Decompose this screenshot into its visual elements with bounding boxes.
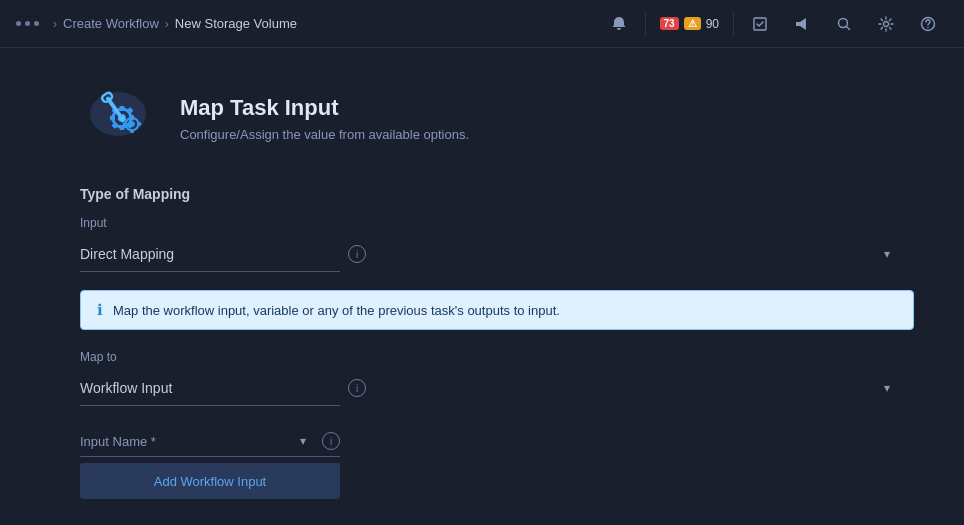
map-to-select-wrapper: Workflow Input ▾ i [80, 370, 914, 406]
page-title-area: Map Task Input Configure/Assign the valu… [180, 95, 469, 142]
input-field-group: Input Direct Mapping ▾ i [80, 216, 914, 272]
input-select-wrapper: Direct Mapping ▾ i [80, 236, 914, 272]
main-content: Map Task Input Configure/Assign the valu… [0, 48, 964, 525]
svg-rect-23 [123, 122, 127, 126]
info-banner: ℹ Map the workflow input, variable or an… [80, 290, 914, 330]
announcement-icon-btn[interactable] [782, 4, 822, 44]
input-info-icon[interactable]: i [348, 245, 366, 263]
badge-red: 73 [660, 17, 679, 30]
badge-area: 73 ⚠ 90 [652, 17, 727, 31]
nav-dot [25, 21, 30, 26]
task-icon [752, 16, 768, 32]
input-name-field-group: Input Name * ▾ i Add Workflow Input [80, 426, 914, 499]
settings-icon-btn[interactable] [866, 4, 906, 44]
content-area: Map Task Input Configure/Assign the valu… [0, 48, 964, 525]
badge-yellow-count: 90 [706, 17, 719, 31]
map-to-info-icon[interactable]: i [348, 379, 366, 397]
page-header: Map Task Input Configure/Assign the valu… [80, 78, 914, 158]
nav-separator-2 [733, 12, 734, 36]
info-banner-icon: ℹ [97, 301, 103, 319]
map-to-chevron-icon: ▾ [884, 381, 890, 395]
search-icon [836, 16, 852, 32]
input-name-label: Input Name * [80, 434, 300, 449]
help-icon-btn[interactable] [908, 4, 948, 44]
add-workflow-input-button[interactable]: Add Workflow Input [80, 463, 340, 499]
page-subtitle: Configure/Assign the value from availabl… [180, 127, 469, 142]
input-name-chevron-icon: ▾ [300, 434, 306, 448]
bell-icon-btn[interactable] [599, 4, 639, 44]
svg-rect-21 [130, 115, 134, 119]
navbar: › Create Workflow › New Storage Volume 7… [0, 0, 964, 48]
page-icon [80, 78, 160, 158]
input-name-row: Input Name * ▾ i [80, 426, 340, 457]
svg-rect-8 [120, 106, 125, 111]
gear-icon [80, 78, 160, 158]
svg-rect-22 [130, 130, 134, 134]
task-icon-btn[interactable] [740, 4, 780, 44]
nav-separator [645, 12, 646, 36]
map-to-field-group: Map to Workflow Input ▾ i [80, 350, 914, 406]
svg-rect-0 [754, 18, 766, 30]
input-name-info-icon[interactable]: i [322, 432, 340, 450]
input-field-label: Input [80, 216, 914, 230]
nav-icons: 73 ⚠ 90 [599, 4, 948, 44]
settings-icon [878, 16, 894, 32]
nav-dot [34, 21, 39, 26]
breadcrumb-new-storage: New Storage Volume [175, 16, 297, 31]
search-icon-btn[interactable] [824, 4, 864, 44]
form-section: Type of Mapping Input Direct Mapping ▾ i… [80, 186, 914, 499]
info-banner-text: Map the workflow input, variable or any … [113, 303, 560, 318]
nav-dots [16, 21, 39, 26]
svg-point-2 [884, 21, 889, 26]
svg-point-4 [927, 26, 928, 27]
svg-point-20 [129, 121, 135, 127]
breadcrumb-chevron-1: › [53, 17, 57, 31]
bell-icon [611, 16, 627, 32]
help-icon [920, 16, 936, 32]
section-label: Type of Mapping [80, 186, 914, 202]
map-to-label: Map to [80, 350, 914, 364]
badge-yellow: ⚠ [684, 17, 701, 30]
svg-rect-24 [138, 122, 142, 126]
nav-dot [16, 21, 21, 26]
map-to-select[interactable]: Workflow Input [80, 370, 340, 406]
input-chevron-icon: ▾ [884, 247, 890, 261]
svg-rect-10 [110, 116, 115, 121]
announcement-icon [794, 16, 810, 32]
page-title: Map Task Input [180, 95, 469, 121]
breadcrumb-chevron-2: › [165, 17, 169, 31]
breadcrumb-create-workflow[interactable]: Create Workflow [63, 16, 159, 31]
input-select[interactable]: Direct Mapping [80, 236, 340, 272]
